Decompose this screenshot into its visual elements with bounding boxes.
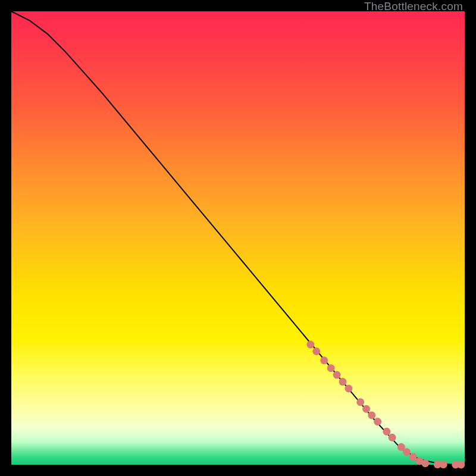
watermark-text: TheBottleneck.com (364, 0, 463, 13)
marker-dot (320, 356, 328, 364)
marker-dot (457, 461, 465, 468)
plot-area (11, 11, 465, 465)
marker-dot (327, 364, 335, 372)
marker-group (306, 341, 465, 469)
marker-dot (306, 341, 314, 349)
marker-dot (356, 398, 364, 406)
marker-dot (409, 453, 417, 461)
chart-stage: TheBottleneck.com (0, 0, 476, 476)
marker-dot (333, 371, 341, 379)
marker-dot (339, 378, 347, 386)
marker-dot (345, 384, 352, 392)
marker-dot (440, 461, 447, 468)
curve-line (11, 11, 465, 465)
chart-svg (11, 11, 465, 465)
marker-dot (421, 459, 429, 467)
marker-dot (389, 434, 396, 441)
marker-dot (403, 448, 411, 456)
marker-dot (312, 347, 320, 355)
marker-dot (383, 428, 390, 436)
marker-dot (374, 418, 381, 425)
marker-dot (362, 405, 370, 413)
marker-dot (368, 411, 375, 419)
